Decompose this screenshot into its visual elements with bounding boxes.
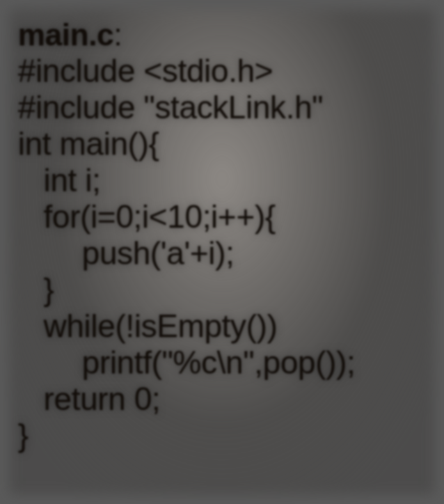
code-line: } xyxy=(18,418,426,454)
code-block: main.c: #include <stdio.h> #include "sta… xyxy=(18,18,426,486)
code-line: int i; xyxy=(18,162,426,199)
code-line: push('a'+i); xyxy=(18,235,426,272)
code-line: #include <stdio.h> xyxy=(18,53,426,90)
code-line: return 0; xyxy=(18,381,426,418)
code-line: #include "stackLink.h" xyxy=(18,90,426,126)
code-line: while(!isEmpty()) xyxy=(18,308,426,345)
code-line: int main(){ xyxy=(18,126,426,162)
code-filename-line: main.c: xyxy=(18,18,426,53)
code-line: for(i=0;i<10;i++){ xyxy=(18,199,426,235)
code-line: printf("%c\n",pop()); xyxy=(18,345,426,381)
filename-label: main.c xyxy=(18,18,114,52)
filename-colon: : xyxy=(114,18,122,52)
code-line: } xyxy=(18,272,426,308)
